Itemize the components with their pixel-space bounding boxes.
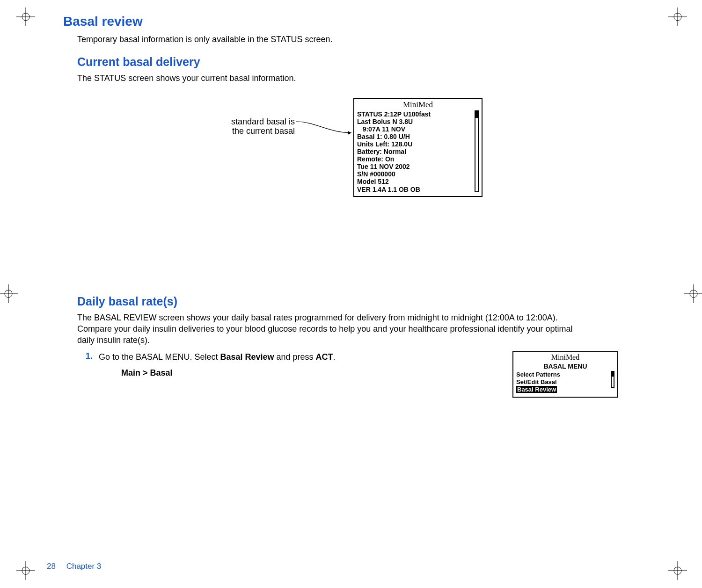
- crop-mark-icon: [684, 284, 702, 303]
- lcd-scrollbar-icon: [611, 371, 614, 388]
- crop-mark-icon: [668, 7, 687, 26]
- breadcrumb: Main > Basal: [121, 367, 494, 379]
- basal-menu-figure: MiniMed BASAL MENU Select Patterns Set/E…: [512, 351, 634, 398]
- crop-mark-icon: [0, 284, 18, 303]
- menu-item-set-edit-basal: Set/Edit Basal: [516, 378, 614, 386]
- lcd-basal-rate-line: Basal 1: 0.80 U/H: [357, 133, 479, 140]
- lcd-status-line: STATUS 2:12P U100fast: [357, 110, 479, 118]
- heading-daily-basal-rates: Daily basal rate(s): [77, 295, 634, 308]
- chapter-label: Chapter 3: [66, 562, 102, 571]
- lcd-date-line: Tue 11 NOV 2002: [357, 163, 479, 170]
- step-text-strong: Basal Review: [220, 352, 274, 362]
- lcd-serial-line: S/N #000000: [357, 170, 479, 178]
- status-screen-lcd: MiniMed STATUS 2:12P U100fast Last Bolus…: [353, 98, 483, 197]
- lcd-scrollbar-icon: [475, 110, 479, 192]
- callout-arrow-icon: [296, 122, 352, 136]
- lcd-remote-line: Remote: On: [357, 155, 479, 163]
- crop-mark-icon: [668, 561, 687, 580]
- status-screen-figure: standard basal is the current basal Mini…: [63, 98, 634, 239]
- paragraph-status-intro: The STATUS screen shows your current bas…: [77, 73, 592, 84]
- step-text-post: .: [333, 352, 336, 362]
- step-instruction: Go to the BASAL MENU. Select Basal Revie…: [99, 351, 494, 378]
- lcd-units-left-line: Units Left: 128.0U: [357, 140, 479, 148]
- step-text-mid: and press: [274, 352, 316, 362]
- crop-mark-icon: [16, 7, 35, 26]
- step-text-act: ACT: [316, 352, 333, 362]
- heading-current-basal-delivery: Current basal delivery: [77, 55, 634, 69]
- page-content: Basal review Temporary basal information…: [63, 14, 634, 398]
- step-number: 1.: [86, 351, 99, 361]
- lcd-menu-title: BASAL MENU: [516, 363, 614, 370]
- paragraph-temp-basal-note: Temporary basal information is only avai…: [77, 34, 592, 45]
- menu-item-select-patterns: Select Patterns: [516, 371, 614, 378]
- step-1-row: 1. Go to the BASAL MENU. Select Basal Re…: [86, 351, 634, 398]
- lcd-brand-label: MiniMed: [357, 100, 479, 109]
- crop-mark-icon: [16, 561, 35, 580]
- lcd-model-line: Model 512: [357, 178, 479, 185]
- step-text-pre: Go to the BASAL MENU. Select: [99, 352, 220, 362]
- paragraph-basal-review-description: The BASAL REVIEW screen shows your daily…: [77, 312, 592, 346]
- page-number: 28: [47, 562, 56, 571]
- lcd-battery-line: Battery: Normal: [357, 148, 479, 155]
- menu-item-basal-review: Basal Review: [516, 386, 614, 393]
- heading-basal-review: Basal review: [63, 14, 634, 29]
- svg-marker-18: [348, 131, 351, 135]
- callout-standard-basal: standard basal is the current basal: [225, 117, 295, 136]
- page-footer: 28 Chapter 3: [47, 562, 101, 571]
- lcd-last-bolus-line: Last Bolus N 3.8U: [357, 118, 479, 125]
- basal-menu-lcd: MiniMed BASAL MENU Select Patterns Set/E…: [512, 351, 618, 398]
- lcd-bolus-time-line: 9:07A 11 NOV: [357, 125, 479, 133]
- lcd-brand-label: MiniMed: [516, 353, 614, 362]
- lcd-version-line: VER 1.4A 1.1 OB OB: [357, 186, 479, 193]
